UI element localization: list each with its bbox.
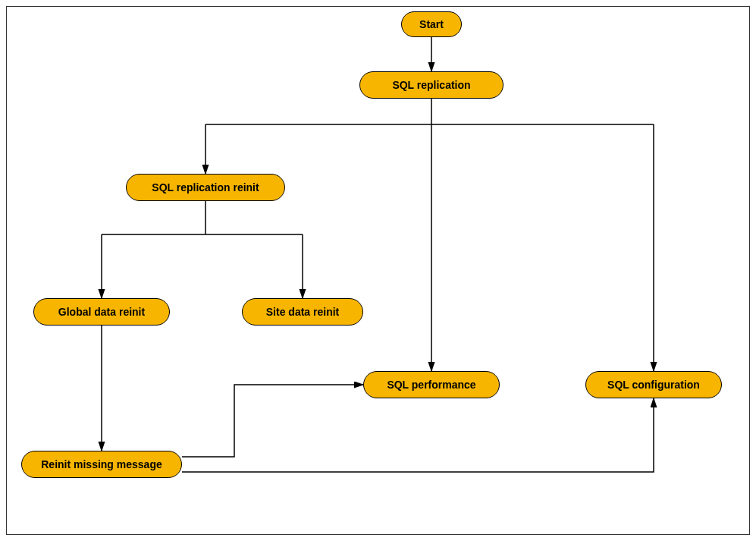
node-label: SQL performance <box>387 379 475 391</box>
edge-missing-to-perf <box>182 385 363 457</box>
node-site-data-reinit: Site data reinit <box>242 298 363 326</box>
node-label: Reinit missing message <box>41 458 162 470</box>
node-label: SQL replication reinit <box>152 181 259 193</box>
node-sql-performance: SQL performance <box>363 371 500 398</box>
edge-missing-to-config <box>182 398 654 472</box>
diagram-canvas: Start SQL replication SQL replication re… <box>6 6 750 535</box>
node-label: SQL replication <box>392 79 470 91</box>
node-global-data-reinit: Global data reinit <box>33 298 170 326</box>
node-sql-replication: SQL replication <box>359 71 503 99</box>
node-label: Site data reinit <box>266 306 339 318</box>
node-sql-configuration: SQL configuration <box>585 371 722 398</box>
node-sql-replication-reinit: SQL replication reinit <box>126 174 285 201</box>
node-reinit-missing-message: Reinit missing message <box>21 451 182 478</box>
node-label: SQL configuration <box>607 379 700 391</box>
edge-replication-branch-bar <box>205 99 654 124</box>
node-label: Start <box>419 18 444 30</box>
node-start: Start <box>401 11 462 37</box>
node-label: Global data reinit <box>58 306 145 318</box>
edge-reinit-branch-bar <box>102 201 303 234</box>
